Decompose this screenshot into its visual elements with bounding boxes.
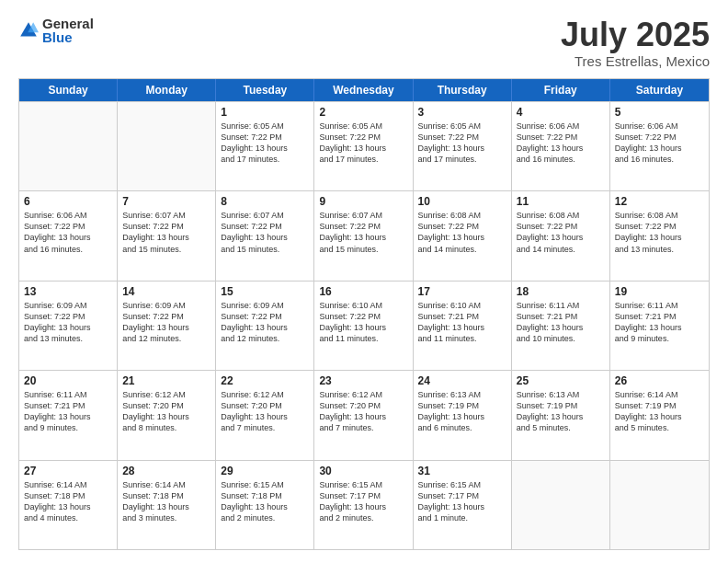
header: General Blue July 2025 Tres Estrellas, M… bbox=[18, 17, 710, 69]
day-content: Sunrise: 6:08 AM Sunset: 7:22 PM Dayligh… bbox=[615, 210, 704, 255]
day-number: 14 bbox=[122, 285, 210, 298]
day-content: Sunrise: 6:13 AM Sunset: 7:19 PM Dayligh… bbox=[517, 389, 605, 434]
day-content: Sunrise: 6:13 AM Sunset: 7:19 PM Dayligh… bbox=[418, 389, 506, 434]
logo-icon bbox=[18, 20, 39, 40]
day-number: 2 bbox=[319, 106, 407, 119]
day-number: 10 bbox=[418, 195, 506, 208]
calendar-cell-10: 10Sunrise: 6:08 AM Sunset: 7:22 PM Dayli… bbox=[414, 191, 512, 280]
day-content: Sunrise: 6:07 AM Sunset: 7:22 PM Dayligh… bbox=[122, 210, 210, 255]
calendar-cell-5: 5Sunrise: 6:06 AM Sunset: 7:22 PM Daylig… bbox=[610, 102, 709, 190]
day-number: 25 bbox=[517, 374, 605, 387]
calendar-cell-8: 8Sunrise: 6:07 AM Sunset: 7:22 PM Daylig… bbox=[216, 191, 314, 280]
calendar-cell-19: 19Sunrise: 6:11 AM Sunset: 7:21 PM Dayli… bbox=[610, 282, 709, 370]
day-content: Sunrise: 6:15 AM Sunset: 7:18 PM Dayligh… bbox=[221, 479, 309, 524]
calendar-cell-3: 3Sunrise: 6:05 AM Sunset: 7:22 PM Daylig… bbox=[414, 102, 512, 190]
day-content: Sunrise: 6:10 AM Sunset: 7:22 PM Dayligh… bbox=[319, 300, 407, 345]
day-content: Sunrise: 6:09 AM Sunset: 7:22 PM Dayligh… bbox=[122, 300, 210, 345]
calendar-cell-27: 27Sunrise: 6:14 AM Sunset: 7:18 PM Dayli… bbox=[19, 461, 118, 549]
day-number: 26 bbox=[615, 374, 704, 387]
location: Tres Estrellas, Mexico bbox=[561, 53, 710, 69]
day-content: Sunrise: 6:14 AM Sunset: 7:18 PM Dayligh… bbox=[122, 479, 210, 524]
calendar: SundayMondayTuesdayWednesdayThursdayFrid… bbox=[18, 78, 710, 550]
calendar-cell-29: 29Sunrise: 6:15 AM Sunset: 7:18 PM Dayli… bbox=[216, 461, 314, 549]
calendar-row-1: 6Sunrise: 6:06 AM Sunset: 7:22 PM Daylig… bbox=[19, 190, 709, 280]
header-day-tuesday: Tuesday bbox=[216, 79, 314, 101]
calendar-cell-empty-0-1 bbox=[118, 102, 216, 190]
calendar-cell-7: 7Sunrise: 6:07 AM Sunset: 7:22 PM Daylig… bbox=[118, 191, 216, 280]
calendar-cell-1: 1Sunrise: 6:05 AM Sunset: 7:22 PM Daylig… bbox=[216, 102, 314, 190]
header-day-monday: Monday bbox=[118, 79, 216, 101]
calendar-cell-22: 22Sunrise: 6:12 AM Sunset: 7:20 PM Dayli… bbox=[216, 371, 314, 459]
day-number: 17 bbox=[418, 285, 506, 298]
day-content: Sunrise: 6:05 AM Sunset: 7:22 PM Dayligh… bbox=[221, 121, 309, 166]
day-number: 7 bbox=[122, 195, 210, 208]
calendar-cell-6: 6Sunrise: 6:06 AM Sunset: 7:22 PM Daylig… bbox=[19, 191, 118, 280]
day-number: 9 bbox=[319, 195, 407, 208]
day-number: 23 bbox=[319, 374, 407, 387]
calendar-cell-18: 18Sunrise: 6:11 AM Sunset: 7:21 PM Dayli… bbox=[512, 282, 610, 370]
day-content: Sunrise: 6:10 AM Sunset: 7:21 PM Dayligh… bbox=[418, 300, 506, 345]
logo-general-text: General bbox=[42, 17, 94, 30]
calendar-header: SundayMondayTuesdayWednesdayThursdayFrid… bbox=[19, 79, 709, 101]
day-number: 18 bbox=[517, 285, 605, 298]
day-content: Sunrise: 6:05 AM Sunset: 7:22 PM Dayligh… bbox=[319, 121, 407, 166]
calendar-row-3: 20Sunrise: 6:11 AM Sunset: 7:21 PM Dayli… bbox=[19, 370, 709, 459]
calendar-cell-9: 9Sunrise: 6:07 AM Sunset: 7:22 PM Daylig… bbox=[314, 191, 413, 280]
day-number: 5 bbox=[615, 106, 704, 119]
day-content: Sunrise: 6:14 AM Sunset: 7:19 PM Dayligh… bbox=[615, 389, 704, 434]
header-day-saturday: Saturday bbox=[610, 79, 709, 101]
day-number: 13 bbox=[24, 285, 112, 298]
calendar-row-4: 27Sunrise: 6:14 AM Sunset: 7:18 PM Dayli… bbox=[19, 460, 709, 549]
page: General Blue July 2025 Tres Estrellas, M… bbox=[0, 0, 728, 563]
month-title: July 2025 bbox=[561, 17, 710, 53]
day-content: Sunrise: 6:06 AM Sunset: 7:22 PM Dayligh… bbox=[615, 121, 704, 166]
header-day-wednesday: Wednesday bbox=[314, 79, 413, 101]
title-area: July 2025 Tres Estrellas, Mexico bbox=[561, 17, 710, 69]
calendar-cell-31: 31Sunrise: 6:15 AM Sunset: 7:17 PM Dayli… bbox=[414, 461, 512, 549]
calendar-row-2: 13Sunrise: 6:09 AM Sunset: 7:22 PM Dayli… bbox=[19, 281, 709, 370]
calendar-cell-25: 25Sunrise: 6:13 AM Sunset: 7:19 PM Dayli… bbox=[512, 371, 610, 459]
day-number: 28 bbox=[122, 465, 210, 477]
calendar-cell-26: 26Sunrise: 6:14 AM Sunset: 7:19 PM Dayli… bbox=[610, 371, 709, 459]
calendar-cell-empty-4-5 bbox=[512, 461, 610, 549]
header-day-thursday: Thursday bbox=[414, 79, 512, 101]
day-content: Sunrise: 6:09 AM Sunset: 7:22 PM Dayligh… bbox=[24, 300, 112, 345]
calendar-cell-30: 30Sunrise: 6:15 AM Sunset: 7:17 PM Dayli… bbox=[314, 461, 413, 549]
day-number: 8 bbox=[221, 195, 309, 208]
calendar-cell-23: 23Sunrise: 6:12 AM Sunset: 7:20 PM Dayli… bbox=[314, 371, 413, 459]
day-content: Sunrise: 6:15 AM Sunset: 7:17 PM Dayligh… bbox=[418, 479, 506, 524]
header-day-sunday: Sunday bbox=[19, 79, 118, 101]
day-content: Sunrise: 6:12 AM Sunset: 7:20 PM Dayligh… bbox=[122, 389, 210, 434]
day-number: 30 bbox=[319, 465, 407, 477]
day-content: Sunrise: 6:12 AM Sunset: 7:20 PM Dayligh… bbox=[319, 389, 407, 434]
calendar-cell-2: 2Sunrise: 6:05 AM Sunset: 7:22 PM Daylig… bbox=[314, 102, 413, 190]
header-day-friday: Friday bbox=[512, 79, 610, 101]
day-content: Sunrise: 6:08 AM Sunset: 7:22 PM Dayligh… bbox=[517, 210, 605, 255]
logo: General Blue bbox=[18, 17, 94, 44]
calendar-cell-14: 14Sunrise: 6:09 AM Sunset: 7:22 PM Dayli… bbox=[118, 282, 216, 370]
day-content: Sunrise: 6:07 AM Sunset: 7:22 PM Dayligh… bbox=[221, 210, 309, 255]
calendar-cell-empty-4-6 bbox=[610, 461, 709, 549]
day-content: Sunrise: 6:05 AM Sunset: 7:22 PM Dayligh… bbox=[418, 121, 506, 166]
calendar-cell-15: 15Sunrise: 6:09 AM Sunset: 7:22 PM Dayli… bbox=[216, 282, 314, 370]
day-number: 1 bbox=[221, 106, 309, 119]
day-content: Sunrise: 6:12 AM Sunset: 7:20 PM Dayligh… bbox=[221, 389, 309, 434]
day-number: 29 bbox=[221, 465, 309, 477]
logo-text: General Blue bbox=[42, 17, 94, 44]
day-content: Sunrise: 6:15 AM Sunset: 7:17 PM Dayligh… bbox=[319, 479, 407, 524]
day-number: 12 bbox=[615, 195, 704, 208]
day-number: 22 bbox=[221, 374, 309, 387]
day-number: 4 bbox=[517, 106, 605, 119]
calendar-cell-28: 28Sunrise: 6:14 AM Sunset: 7:18 PM Dayli… bbox=[118, 461, 216, 549]
calendar-cell-empty-0-0 bbox=[19, 102, 118, 190]
day-number: 31 bbox=[418, 465, 506, 477]
day-number: 11 bbox=[517, 195, 605, 208]
day-number: 19 bbox=[615, 285, 704, 298]
day-number: 21 bbox=[122, 374, 210, 387]
day-content: Sunrise: 6:11 AM Sunset: 7:21 PM Dayligh… bbox=[615, 300, 704, 345]
day-content: Sunrise: 6:11 AM Sunset: 7:21 PM Dayligh… bbox=[24, 389, 112, 434]
calendar-cell-17: 17Sunrise: 6:10 AM Sunset: 7:21 PM Dayli… bbox=[414, 282, 512, 370]
day-content: Sunrise: 6:06 AM Sunset: 7:22 PM Dayligh… bbox=[517, 121, 605, 166]
day-number: 3 bbox=[418, 106, 506, 119]
day-content: Sunrise: 6:07 AM Sunset: 7:22 PM Dayligh… bbox=[319, 210, 407, 255]
